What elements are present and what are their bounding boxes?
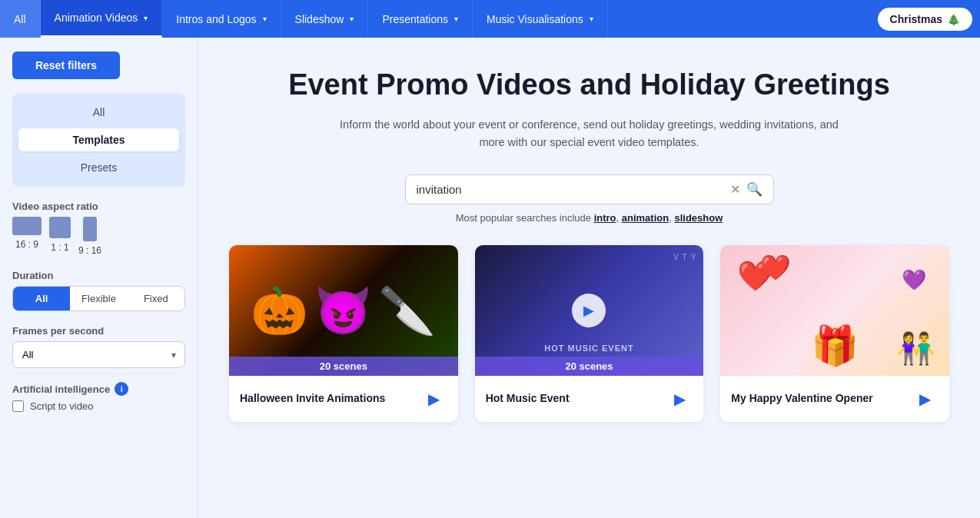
chevron-down-icon: ▾ (144, 14, 148, 22)
popular-prefix: Most popular searches include (456, 212, 591, 224)
christmas-label: Christmas (890, 13, 942, 25)
fps-label: Frames per second (12, 325, 185, 337)
aspect-9-16-label: 9 : 16 (78, 245, 101, 256)
nav-music-visualisations[interactable]: Music Visualisations ▾ (473, 0, 608, 38)
halloween-emoji-2: 😈 (314, 284, 372, 338)
card-halloween-title: Halloween Invite Animations (240, 391, 421, 407)
page-title: Event Promo Videos and Holiday Greetings (229, 68, 949, 102)
halloween-emoji-3: 🔪 (378, 284, 436, 338)
heart-icon-2: ❤️ (760, 253, 791, 282)
aspect-16-9-button[interactable]: 16 : 9 (12, 217, 42, 256)
nav-animation-videos-label: Animation Videos (55, 12, 138, 24)
search-box: ✕ 🔍 (405, 174, 774, 204)
card-valentine-play-button[interactable]: ▶ (912, 386, 938, 412)
card-valentine-body: My Happy Valentine Opener ▶ (720, 376, 949, 422)
card-valentine[interactable]: ❤️ ❤️ 💜 🎁 👫 My Happy Valentine Opener ▶ (720, 245, 949, 422)
filter-group: All Templates Presets (12, 93, 185, 187)
filter-presets[interactable]: Presets (12, 156, 185, 179)
vimeo-icon: V (673, 253, 679, 261)
filter-templates[interactable]: Templates (18, 128, 179, 151)
card-hotmusic-title: Hot Music Event (486, 391, 667, 407)
gift-icon: 🎁 (811, 324, 859, 368)
search-input[interactable] (417, 183, 724, 196)
aspect-16-9-label: 16 : 9 (15, 239, 38, 250)
duration-flexible-button[interactable]: Flexible (70, 287, 127, 310)
popular-link-intro[interactable]: intro (594, 212, 616, 224)
script-to-video-text: Script to video (30, 400, 93, 412)
card-halloween-thumb: 🎃 😈 🔪 20 scenes (229, 245, 458, 376)
nav-intros-logos[interactable]: Intros and Logos ▾ (162, 0, 281, 38)
halloween-emoji-1: 🎃 (251, 284, 308, 338)
ai-label: Artificial intelligence (12, 384, 110, 395)
christmas-icon: 🎄 (947, 13, 960, 25)
nav-slideshow[interactable]: Slideshow ▾ (281, 0, 369, 38)
search-button[interactable]: 🔍 (746, 181, 762, 198)
duration-fixed-button[interactable]: Fixed (128, 287, 184, 310)
card-hotmusic-scenes: 20 scenes (475, 357, 704, 376)
hotmusic-social-icons: V T Y (673, 253, 696, 261)
cards-grid: 🎃 😈 🔪 20 scenes Halloween Invite Animati… (229, 245, 949, 422)
fps-section: Frames per second All 24 30 60 ▾ (12, 325, 185, 368)
nav-presentations-label: Presentations (382, 13, 448, 25)
aspect-1-1-label: 1 : 1 (51, 242, 68, 253)
aspect-ratio-row: 16 : 9 1 : 1 9 : 16 (12, 217, 185, 256)
card-halloween-body: Halloween Invite Animations ▶ (229, 376, 458, 422)
sidebar: Reset filters All Templates Presets Vide… (0, 38, 198, 518)
duration-section: Duration All Flexible Fixed (12, 270, 185, 311)
twitter-icon: T (683, 253, 687, 261)
card-hotmusic-thumb: V T Y ▶ HOT MUSIC EVENT 20 scenes (475, 245, 704, 376)
chevron-down-icon: ▾ (454, 15, 458, 23)
duration-row: All Flexible Fixed (12, 286, 185, 311)
page-subtitle: Inform the world about your event or con… (328, 116, 851, 151)
nav-all-label: All (14, 13, 26, 25)
chevron-down-icon: ▾ (590, 15, 593, 23)
popular-link-slideshow[interactable]: slideshow (674, 212, 723, 224)
script-to-video-label[interactable]: Script to video (12, 400, 185, 412)
ai-section: Artificial intelligence i Script to vide… (12, 382, 185, 412)
card-halloween[interactable]: 🎃 😈 🔪 20 scenes Halloween Invite Animati… (229, 245, 458, 422)
hotmusic-inner-text: HOT MUSIC EVENT (544, 344, 633, 353)
duration-all-button[interactable]: All (13, 287, 70, 310)
card-valentine-thumb: ❤️ ❤️ 💜 🎁 👫 (720, 245, 949, 376)
duration-label: Duration (12, 270, 185, 281)
popular-link-animation[interactable]: animation (622, 212, 669, 224)
couple-icon: 👫 (897, 330, 935, 367)
top-nav: All Animation Videos ▾ Intros and Logos … (0, 0, 980, 38)
search-wrap: ✕ 🔍 (229, 174, 949, 204)
youtube-icon: Y (691, 253, 696, 261)
card-halloween-scenes: 20 scenes (229, 357, 458, 376)
fps-select[interactable]: All 24 30 60 (12, 341, 185, 368)
aspect-ratio-section: Video aspect ratio 16 : 9 1 : 1 9 : 16 (12, 201, 185, 256)
clear-search-icon[interactable]: ✕ (730, 184, 740, 196)
aspect-9-16-button[interactable]: 9 : 16 (78, 217, 101, 256)
fps-select-wrap: All 24 30 60 ▾ (12, 341, 185, 368)
christmas-button[interactable]: Christmas 🎄 (878, 8, 972, 31)
chevron-down-icon: ▾ (350, 15, 354, 23)
aspect-ratio-label: Video aspect ratio (12, 201, 185, 212)
aspect-9-16-icon (83, 217, 97, 241)
nav-slideshow-label: Slideshow (295, 13, 344, 25)
hotmusic-play-overlay: ▶ (572, 294, 606, 327)
main-layout: Reset filters All Templates Presets Vide… (0, 38, 980, 518)
card-hotmusic-body: Hot Music Event ▶ (475, 376, 704, 422)
aspect-1-1-button[interactable]: 1 : 1 (49, 217, 71, 256)
info-icon[interactable]: i (115, 382, 128, 396)
nav-music-visualisations-label: Music Visualisations (487, 13, 583, 25)
heart-icon-3: 💜 (902, 268, 926, 292)
card-hotmusic[interactable]: V T Y ▶ HOT MUSIC EVENT 20 scenes Hot Mu… (475, 245, 704, 422)
chevron-down-icon: ▾ (263, 15, 267, 23)
aspect-1-1-icon (49, 217, 71, 238)
nav-intros-logos-label: Intros and Logos (176, 13, 256, 25)
nav-animation-videos[interactable]: Animation Videos ▾ (41, 0, 163, 38)
aspect-16-9-icon (12, 217, 42, 235)
card-hotmusic-play-button[interactable]: ▶ (666, 386, 693, 412)
nav-presentations[interactable]: Presentations ▾ (368, 0, 473, 38)
popular-searches: Most popular searches include intro, ani… (229, 212, 949, 224)
nav-all[interactable]: All (0, 0, 41, 38)
card-halloween-play-button[interactable]: ▶ (421, 386, 447, 412)
reset-filters-button[interactable]: Reset filters (12, 51, 120, 79)
card-valentine-title: My Happy Valentine Opener (731, 391, 912, 407)
script-to-video-checkbox[interactable] (12, 400, 24, 412)
ai-row: Artificial intelligence i (12, 382, 185, 396)
filter-all[interactable]: All (12, 101, 185, 124)
